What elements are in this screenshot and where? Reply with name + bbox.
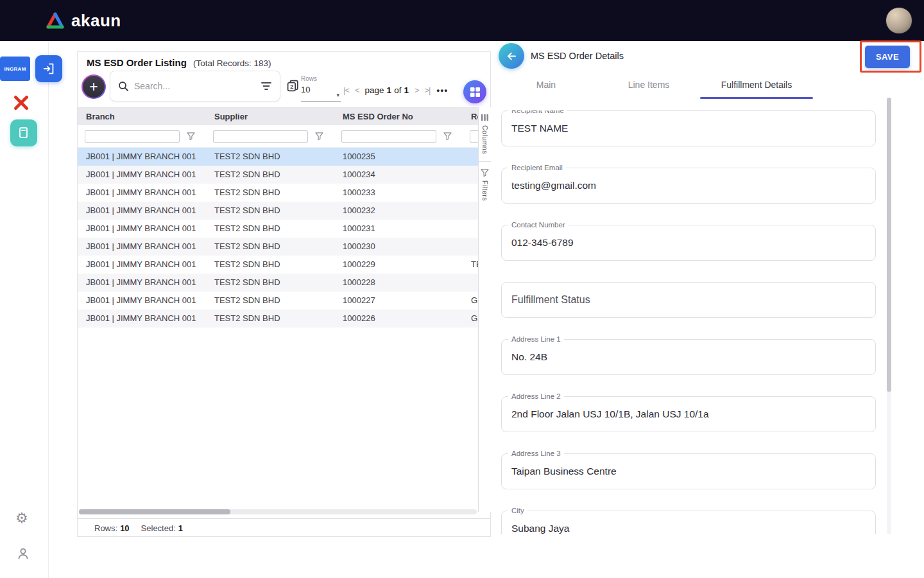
filter-cell-re xyxy=(463,125,478,147)
scrollbar-thumb[interactable] xyxy=(79,509,230,514)
filter-cell-ms-esd-order-no xyxy=(334,125,463,147)
field-value: 012-345-6789 xyxy=(502,225,875,260)
topbar: akaun xyxy=(0,0,924,41)
column-header-branch[interactable]: Branch xyxy=(78,108,206,125)
tab-main[interactable]: Main xyxy=(495,71,597,99)
order-row[interactable]: JB001 | JIMMY BRANCH 001TEST2 SDN BHD100… xyxy=(78,220,478,238)
column-header-ms-esd-order-no[interactable]: MS ESD Order No xyxy=(334,108,463,125)
funnel-icon xyxy=(315,132,323,140)
order-row[interactable]: JB001 | JIMMY BRANCH 001TEST2 SDN BHD100… xyxy=(78,166,478,184)
field-address-line-3[interactable]: Address Line 3Taipan Business Centre xyxy=(501,453,876,489)
order-row[interactable]: JB001 | JIMMY BRANCH 001TEST2 SDN BHD100… xyxy=(78,184,478,202)
field-value: Fulfillment Status xyxy=(502,283,875,317)
rows-count-value: 10 xyxy=(120,523,129,533)
notebook-app-icon[interactable] xyxy=(10,119,37,146)
ingram-badge[interactable]: INGRAM xyxy=(0,57,30,81)
field-recipient-email[interactable]: Recipient Emailtesting@gmail.com xyxy=(501,168,876,204)
svg-text:2: 2 xyxy=(290,83,293,90)
settings-gear-icon[interactable]: ⚙ xyxy=(15,511,28,525)
pdf-app-icon[interactable] xyxy=(12,94,30,112)
login-button[interactable] xyxy=(35,55,62,82)
cell-supplier: TEST2 SDN BHD xyxy=(206,202,334,220)
prev-page-button[interactable]: < xyxy=(355,85,359,95)
page-indicator: page 1 of 1 xyxy=(365,85,409,95)
vertical-scrollbar[interactable] xyxy=(887,98,891,534)
cell-branch: JB001 | JIMMY BRANCH 001 xyxy=(78,310,206,328)
columns-toggle[interactable]: Columns xyxy=(481,114,489,154)
cell-supplier: TEST2 SDN BHD xyxy=(206,166,334,184)
logo-text: akaun xyxy=(71,11,121,31)
cell-order-no: 1000233 xyxy=(334,184,463,202)
field-value: TEST NAME xyxy=(502,111,875,146)
rows-per-page-value: 10 xyxy=(301,85,310,94)
cell-branch: JB001 | JIMMY BRANCH 001 xyxy=(78,292,206,310)
field-address-line-1[interactable]: Address Line 1No. 24B xyxy=(501,339,876,375)
tab-fulfillment-details[interactable]: Fulfillment Details xyxy=(700,71,813,99)
rows-count-label: Rows: xyxy=(94,523,117,533)
ingram-label: INGRAM xyxy=(4,66,26,72)
grid-view-button[interactable] xyxy=(463,80,486,103)
filter-input-ms-esd-order-no[interactable] xyxy=(341,130,436,143)
cell-supplier: TEST2 SDN BHD xyxy=(206,274,334,292)
order-row[interactable]: JB001 | JIMMY BRANCH 001TEST2 SDN BHD100… xyxy=(78,148,478,166)
field-city[interactable]: CitySubang Jaya xyxy=(501,511,876,534)
listing-toolbar: + 2 Rows 10 ▾ |< < page xyxy=(78,70,490,107)
cell-branch: JB001 | JIMMY BRANCH 001 xyxy=(78,256,206,274)
filter-funnel-icon[interactable] xyxy=(315,132,323,140)
more-options-button[interactable]: ••• xyxy=(436,85,448,95)
table-filter-row xyxy=(78,125,478,148)
order-table: BranchSupplierMS ESD Order NoRe JB001 | … xyxy=(78,107,478,512)
order-row[interactable]: JB001 | JIMMY BRANCH 001TEST2 SDN BHD100… xyxy=(78,274,478,292)
order-row[interactable]: JB001 | JIMMY BRANCH 001TEST2 SDN BHD100… xyxy=(78,310,478,328)
filter-funnel-icon[interactable] xyxy=(187,132,195,140)
selected-count-label: Selected: xyxy=(141,523,176,533)
funnel-icon xyxy=(481,169,489,177)
cell-extra xyxy=(463,220,478,238)
field-recipient-name[interactable]: Recipient NameTEST NAME xyxy=(501,110,876,146)
order-row[interactable]: JB001 | JIMMY BRANCH 001TEST2 SDN BHD100… xyxy=(78,202,478,220)
field-value: Subang Jaya xyxy=(502,511,875,534)
field-contact-number[interactable]: Contact Number012-345-6789 xyxy=(501,225,876,261)
order-row[interactable]: JB001 | JIMMY BRANCH 001TEST2 SDN BHD100… xyxy=(78,238,478,256)
first-page-button[interactable]: |< xyxy=(343,85,349,95)
filter-lines-icon[interactable] xyxy=(261,81,272,91)
column-header-supplier[interactable]: Supplier xyxy=(206,108,334,125)
cell-supplier: TEST2 SDN BHD xyxy=(206,292,334,310)
filter-funnel-icon[interactable] xyxy=(443,132,452,140)
red-x-icon xyxy=(12,94,30,112)
filter-input-supplier[interactable] xyxy=(213,130,308,143)
listing-title: MS ESD Order Listing xyxy=(87,57,187,68)
pages-icon[interactable]: 2 xyxy=(286,79,300,92)
cell-order-no: 1000231 xyxy=(334,220,463,238)
tab-line-items[interactable]: Line Items xyxy=(597,71,700,99)
filters-toggle[interactable]: Filters xyxy=(481,169,489,201)
order-row[interactable]: JB001 | JIMMY BRANCH 001TEST2 SDN BHD100… xyxy=(78,292,478,310)
rows-per-page-select[interactable]: Rows 10 ▾ xyxy=(301,75,341,102)
back-button[interactable] xyxy=(499,43,524,69)
columns-icon xyxy=(481,114,489,121)
column-header-re[interactable]: Re xyxy=(463,108,478,125)
field-label: Recipient Name xyxy=(508,110,567,115)
search-box[interactable] xyxy=(110,71,280,101)
scrollbar-thumb[interactable] xyxy=(887,98,891,392)
field-value: testing@gmail.com xyxy=(502,168,875,203)
search-input[interactable] xyxy=(134,81,255,91)
field-fulfillment-status[interactable]: Fulfillment Status xyxy=(501,282,876,318)
filters-label: Filters xyxy=(481,180,489,201)
add-button[interactable]: + xyxy=(81,74,106,99)
field-address-line-2[interactable]: Address Line 22nd Floor Jalan USJ 10/1B,… xyxy=(501,396,876,432)
horizontal-scrollbar[interactable] xyxy=(79,509,477,514)
filter-input-re[interactable] xyxy=(470,130,478,143)
avatar[interactable] xyxy=(886,7,912,34)
order-row[interactable]: JB001 | JIMMY BRANCH 001TEST2 SDN BHD100… xyxy=(78,256,478,274)
profile-icon[interactable] xyxy=(17,547,30,560)
cell-extra xyxy=(463,238,478,256)
app-logo[interactable]: akaun xyxy=(45,11,121,31)
logo-triangle-icon xyxy=(45,12,65,30)
table-header-row: BranchSupplierMS ESD Order NoRe xyxy=(78,108,478,125)
filter-input-branch[interactable] xyxy=(85,130,180,143)
save-button[interactable]: SAVE xyxy=(865,46,910,68)
next-page-button[interactable]: > xyxy=(415,85,419,95)
last-page-button[interactable]: >| xyxy=(425,85,431,95)
strip-divider xyxy=(479,161,491,162)
